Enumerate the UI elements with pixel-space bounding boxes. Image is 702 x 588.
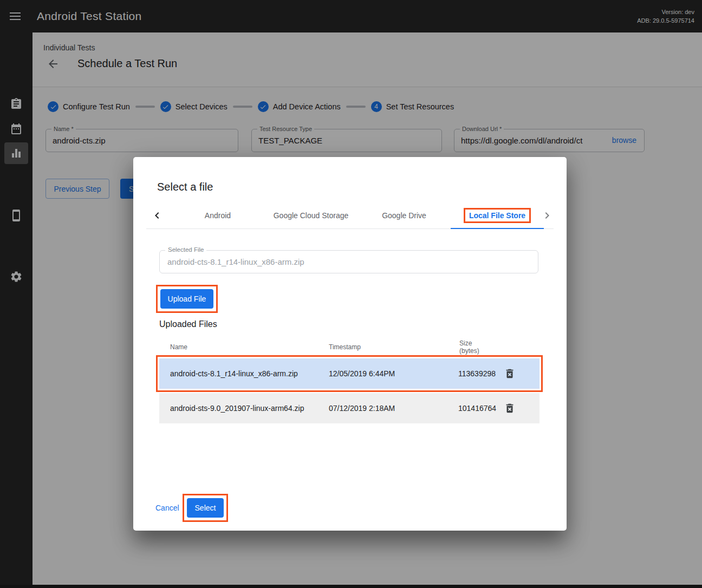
- selected-file-value: android-cts-8.1_r14-linux_x86-arm.zip: [160, 251, 538, 273]
- annotation-box: Select: [183, 494, 228, 522]
- selected-file-label: Selected File: [165, 246, 206, 253]
- dialog-title: Select a file: [157, 181, 213, 193]
- table-header-row: Name Timestamp Size (bytes): [159, 336, 540, 358]
- size-cell: 113639298: [450, 369, 502, 378]
- uploaded-files-table: Name Timestamp Size (bytes) android-cts-…: [159, 336, 540, 423]
- column-header-timestamp: Timestamp: [318, 343, 450, 351]
- column-header-name: Name: [159, 343, 318, 351]
- tabs-scroll-right-icon[interactable]: [541, 209, 554, 222]
- uploaded-files-heading: Uploaded Files: [159, 319, 217, 329]
- select-button[interactable]: Select: [187, 498, 224, 518]
- file-source-tabs: Android Google Cloud Storage Google Driv…: [146, 202, 554, 229]
- table-row[interactable]: android-sts-9.0_201907-linux-arm64.zip 0…: [159, 393, 540, 423]
- annotation-box: Local File Store: [464, 208, 531, 223]
- tab-google-cloud-storage[interactable]: Google Cloud Storage: [264, 202, 358, 228]
- upload-file-button[interactable]: Upload File: [160, 289, 213, 309]
- trash-icon: [504, 368, 517, 380]
- delete-file-button[interactable]: [504, 402, 517, 415]
- cancel-button[interactable]: Cancel: [155, 498, 179, 518]
- file-name-cell: android-cts-8.1_r14-linux_x86-arm.zip: [159, 369, 318, 378]
- selected-file-input[interactable]: Selected File android-cts-8.1_r14-linux_…: [159, 250, 538, 273]
- trash-icon: [504, 402, 517, 414]
- active-tab-underline: [451, 228, 544, 229]
- delete-file-button[interactable]: [504, 367, 517, 380]
- file-name-cell: android-sts-9.0_201907-linux-arm64.zip: [159, 404, 318, 413]
- timestamp-cell: 12/05/2019 6:44PM: [318, 369, 450, 378]
- annotation-box: Upload File: [156, 285, 218, 313]
- tabs-scroll-left-icon[interactable]: [151, 209, 164, 222]
- tab-local-file-store[interactable]: Local File Store: [451, 202, 544, 228]
- select-file-dialog: Select a file Android Google Cloud Stora…: [133, 157, 567, 531]
- window-bottom-edge: [0, 585, 702, 588]
- column-header-size: Size (bytes): [450, 339, 502, 355]
- timestamp-cell: 07/12/2019 2:18AM: [318, 404, 450, 413]
- tab-google-drive[interactable]: Google Drive: [358, 202, 451, 228]
- tab-android[interactable]: Android: [171, 202, 264, 228]
- size-cell: 101416764: [450, 404, 502, 413]
- table-row[interactable]: android-cts-8.1_r14-linux_x86-arm.zip 12…: [159, 358, 540, 389]
